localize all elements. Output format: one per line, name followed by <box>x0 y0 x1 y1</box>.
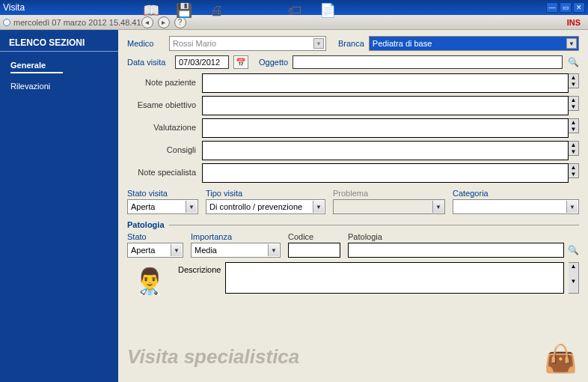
scroll-down-icon[interactable]: ▼ <box>569 148 578 155</box>
chevron-down-icon: ▼ <box>313 201 324 213</box>
valutazione-label: Valutazione <box>127 118 202 132</box>
valutazione-input[interactable] <box>202 118 569 138</box>
sidebar-item-rilevazioni[interactable]: Rilevazioni <box>0 77 118 95</box>
ins-indicator: INS <box>567 18 581 27</box>
search-icon[interactable]: 🔍 <box>567 56 579 68</box>
patologia-importanza-select[interactable]: Media▼ <box>191 243 281 258</box>
patologia-stato-select[interactable]: Aperta▼ <box>127 243 183 258</box>
data-visita-label: Data visita <box>127 58 171 67</box>
note-specialista-label: Note specialista <box>127 163 202 177</box>
branca-select[interactable]: Pediatra di base ▼ <box>369 36 579 51</box>
stato-visita-value: Aperta <box>131 202 155 211</box>
scroll-up-icon[interactable]: ▲ <box>569 263 578 278</box>
stato-visita-label: Stato visita <box>127 189 198 198</box>
tipo-visita-value: Di controllo / prevenzione <box>209 202 302 211</box>
medico-select[interactable]: Rossi Mario ▼ <box>169 36 326 51</box>
patologia-legend: Patologia <box>127 220 169 229</box>
search-icon[interactable]: 🔍 <box>567 244 579 256</box>
scroll-down-icon[interactable]: ▼ <box>569 171 578 178</box>
patologia-importanza-value: Media <box>195 246 217 255</box>
branca-label: Branca <box>338 39 364 48</box>
note-specialista-input[interactable] <box>202 163 569 183</box>
scroll-down-icon[interactable]: ▼ <box>569 103 578 110</box>
oggetto-input[interactable] <box>293 55 563 69</box>
patologia-stato-label: Stato <box>127 232 183 241</box>
scroll-up-icon[interactable]: ▲ <box>569 119 578 126</box>
save-icon[interactable]: 💾 <box>175 1 193 19</box>
datetime-text: mercoledì 07 marzo 2012 15.48.41 <box>13 18 141 27</box>
chevron-down-icon: ▼ <box>566 38 577 49</box>
patologia-stato-value: Aperta <box>131 246 155 255</box>
chevron-down-icon: ▼ <box>186 201 197 213</box>
data-visita-input[interactable] <box>175 55 229 69</box>
chevron-down-icon: ▼ <box>313 38 324 49</box>
watermark-text: Visita specialistica <box>127 345 299 369</box>
patologia-patologia-label: Patologia <box>348 232 579 241</box>
note-paziente-input[interactable] <box>202 73 569 93</box>
stato-visita-select[interactable]: Aperta▼ <box>127 199 198 214</box>
branca-value: Pediatra di base <box>373 39 432 48</box>
scroll-down-icon[interactable]: ▼ <box>569 126 578 133</box>
print-icon[interactable]: 🖨 <box>208 1 226 19</box>
oggetto-label: Oggetto <box>259 58 288 67</box>
calendar-icon[interactable]: 📅 <box>233 55 248 69</box>
patologia-patologia-input[interactable] <box>348 243 564 258</box>
sidebar: ELENCO SEZIONI Generale Rilevazioni <box>0 30 118 382</box>
patologia-codice-input[interactable] <box>288 243 340 258</box>
doctor-illustration-icon: 👨‍⚕️ <box>127 262 172 300</box>
scroll-down-icon[interactable]: ▼ <box>569 278 578 293</box>
patologia-descrizione-label: Descrizione <box>178 262 221 274</box>
tag-icon[interactable]: 🏷 <box>286 1 304 19</box>
patologia-importanza-label: Importanza <box>191 232 281 241</box>
note-paziente-label: Note paziente <box>127 73 202 87</box>
sidebar-header: ELENCO SEZIONI <box>0 34 118 52</box>
patologia-codice-label: Codice <box>288 232 340 241</box>
main-panel: Medico Rossi Mario ▼ Branca Pediatra di … <box>118 30 588 382</box>
medico-value: Rossi Mario <box>173 39 216 48</box>
esame-obiettivo-label: Esame obiettivo <box>127 96 202 109</box>
tipo-visita-label: Tipo visita <box>206 189 325 198</box>
maximize-button[interactable]: ▭ <box>560 2 572 13</box>
categoria-label: Categoria <box>453 189 579 198</box>
problema-select[interactable]: ▼ <box>333 199 445 214</box>
patologia-descrizione-input[interactable] <box>225 262 564 294</box>
medico-label: Medico <box>127 39 165 48</box>
chevron-down-icon: ▼ <box>432 201 444 213</box>
consigli-label: Consigli <box>127 141 202 154</box>
chevron-down-icon: ▼ <box>171 244 182 256</box>
consigli-input[interactable] <box>202 141 569 160</box>
scroll-up-icon[interactable]: ▲ <box>569 142 578 148</box>
esame-obiettivo-input[interactable] <box>202 96 569 115</box>
close-button[interactable]: ✕ <box>573 2 585 13</box>
chevron-down-icon: ▼ <box>566 201 578 213</box>
sidebar-item-label: Generale <box>10 61 46 70</box>
sidebar-item-label: Rilevazioni <box>10 82 50 91</box>
document-icon[interactable]: 📄 <box>319 1 337 19</box>
patologia-group: Patologia Stato Aperta▼ Importanza Media… <box>127 220 579 300</box>
minimize-button[interactable]: — <box>546 2 558 13</box>
bag-icon: 👜 <box>544 343 578 375</box>
chevron-down-icon: ▼ <box>268 244 279 256</box>
categoria-select[interactable]: ▼ <box>453 199 579 214</box>
scroll-up-icon[interactable]: ▲ <box>569 97 578 103</box>
problema-label: Problema <box>333 189 445 198</box>
window-title: Visita <box>3 2 25 13</box>
main-toolbar: 📖 💾 🖨 🏷 📄 <box>142 0 438 21</box>
tipo-visita-select[interactable]: Di controllo / prevenzione▼ <box>206 199 325 214</box>
sidebar-item-generale[interactable]: Generale <box>0 56 118 77</box>
scroll-down-icon[interactable]: ▼ <box>569 81 578 88</box>
scroll-up-icon[interactable]: ▲ <box>569 164 578 171</box>
notebook-icon[interactable]: 📖 <box>142 1 160 19</box>
clock-icon <box>3 19 10 26</box>
scroll-up-icon[interactable]: ▲ <box>569 74 578 81</box>
